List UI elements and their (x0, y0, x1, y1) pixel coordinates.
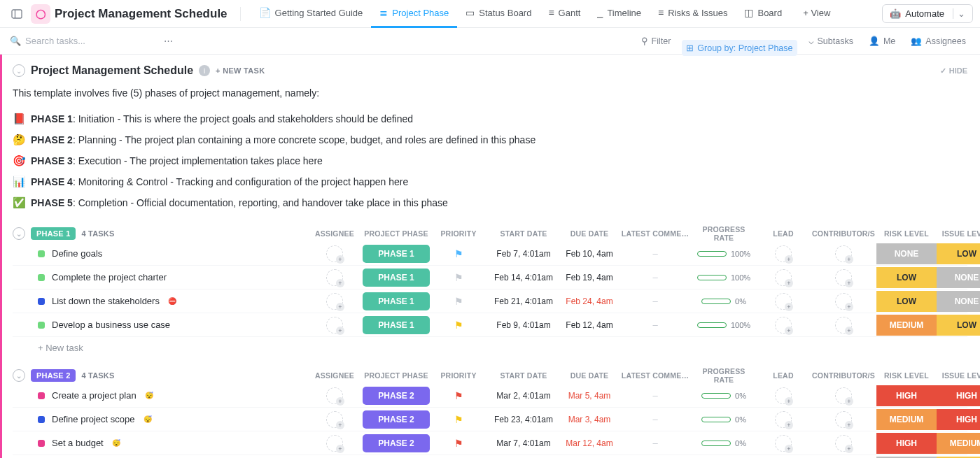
tab-timeline[interactable]: ⎯Timeline (589, 0, 650, 28)
empty-avatar-icon[interactable] (326, 411, 343, 428)
due-date[interactable]: Feb 12, 4am (560, 320, 619, 330)
empty-avatar-icon[interactable] (326, 269, 343, 286)
group-pill[interactable]: PHASE 1 (31, 227, 76, 240)
subtasks-button[interactable]: ⌵Subtasks (804, 33, 858, 49)
empty-avatar-icon[interactable] (775, 269, 792, 286)
new-task-row[interactable]: + New task (13, 337, 967, 353)
lead-cell[interactable] (756, 317, 811, 334)
risk-level[interactable]: MEDIUM (876, 315, 937, 336)
phase-cell[interactable]: PHASE 2 (363, 410, 430, 429)
column-header[interactable]: RISK LEVEL (876, 229, 937, 238)
issue-level[interactable]: NONE (937, 291, 980, 312)
due-date[interactable]: Feb 24, 4am (560, 296, 619, 306)
task-name[interactable]: Set a budget (52, 438, 104, 448)
due-date[interactable]: Feb 19, 4am (560, 273, 619, 282)
issue-level[interactable]: MEDIUM (937, 433, 980, 454)
assignee-cell[interactable] (307, 435, 363, 452)
due-date[interactable]: Mar 5, 4am (560, 391, 619, 401)
empty-avatar-icon[interactable] (835, 435, 852, 452)
lead-cell[interactable] (756, 293, 811, 310)
automate-button[interactable]: 🤖 Automate ⌄ (882, 4, 973, 23)
status-dot-icon[interactable] (38, 250, 45, 257)
issue-level[interactable]: NONE (937, 267, 980, 288)
contributors-cell[interactable] (811, 435, 876, 452)
task-row[interactable]: Define roles and responsibilities 😴 PHAS… (13, 455, 967, 458)
assignee-cell[interactable] (307, 245, 363, 262)
issue-level[interactable]: HIGH (937, 385, 980, 406)
start-date[interactable]: Feb 14, 4:01am (487, 273, 560, 282)
tab-status-board[interactable]: ▭Status Board (457, 0, 540, 28)
priority-flag-icon[interactable]: ⚑ (454, 296, 463, 307)
column-header[interactable]: PROGRESS RATE (692, 225, 756, 242)
start-date[interactable]: Feb 23, 4:01am (487, 415, 560, 424)
column-header[interactable]: ISSUE LEVEL (937, 229, 980, 238)
priority-flag-icon[interactable]: ⚑ (454, 414, 463, 425)
filter-button[interactable]: ⚲Filter (637, 33, 676, 49)
column-header[interactable]: ASSIGNEE (307, 371, 363, 380)
assignee-cell[interactable] (307, 387, 363, 404)
assignee-cell[interactable] (307, 293, 363, 310)
status-dot-icon[interactable] (38, 416, 45, 423)
task-name[interactable]: Create a project plan (52, 390, 136, 401)
workspace-icon[interactable]: ◯ (31, 4, 50, 24)
collapse-icon[interactable]: ⌄ (13, 64, 25, 77)
column-header[interactable]: PRIORITY (430, 371, 487, 380)
empty-avatar-icon[interactable] (775, 435, 792, 452)
task-name[interactable]: Develop a business use case (52, 320, 170, 330)
empty-avatar-icon[interactable] (326, 293, 343, 310)
search-input[interactable] (25, 36, 151, 46)
column-header[interactable]: LEAD (756, 371, 811, 380)
column-header[interactable]: PROJECT PHASE (363, 371, 430, 380)
start-date[interactable]: Feb 7, 4:01am (487, 249, 560, 259)
column-header[interactable]: CONTRIBUTOR/S (811, 371, 876, 380)
column-header[interactable]: CONTRIBUTOR/S (811, 229, 876, 238)
column-header[interactable]: LEAD (756, 229, 811, 238)
tab-project-phase[interactable]: ≣Project Phase (371, 0, 457, 28)
empty-avatar-icon[interactable] (835, 269, 852, 286)
sidebar-toggle-icon[interactable] (7, 4, 27, 24)
empty-avatar-icon[interactable] (835, 387, 852, 404)
column-header[interactable]: DUE DATE (560, 229, 619, 238)
lead-cell[interactable] (756, 245, 811, 262)
priority-flag-icon[interactable]: ⚑ (454, 320, 463, 331)
task-name[interactable]: Define project scope (52, 414, 135, 424)
column-header[interactable]: ASSIGNEE (307, 229, 363, 238)
phase-cell[interactable]: PHASE 1 (363, 292, 430, 310)
chevron-down-icon[interactable]: ⌄ (953, 8, 965, 19)
progress-cell[interactable]: 0% (692, 415, 756, 424)
column-header[interactable]: DUE DATE (560, 371, 619, 380)
lead-cell[interactable] (756, 387, 811, 404)
latest-comment[interactable]: – (619, 272, 692, 282)
group-by-button[interactable]: ⊞Group by: Project Phase (682, 40, 797, 56)
start-date[interactable]: Mar 2, 4:01am (487, 391, 560, 401)
empty-avatar-icon[interactable] (775, 317, 792, 334)
hide-button[interactable]: ✓HIDE (940, 66, 967, 76)
phase-cell[interactable]: PHASE 2 (363, 434, 430, 452)
phase-cell[interactable]: PHASE 1 (363, 316, 430, 334)
status-dot-icon[interactable] (38, 392, 45, 399)
progress-cell[interactable]: 0% (692, 392, 756, 400)
latest-comment[interactable]: – (619, 414, 692, 424)
due-date[interactable]: Feb 10, 4am (560, 249, 619, 259)
task-name[interactable]: List down the stakeholders (52, 296, 160, 306)
assignee-cell[interactable] (307, 411, 363, 428)
risk-level[interactable]: LOW (876, 291, 937, 312)
task-row[interactable]: Complete the project charter PHASE 1 ⚑ F… (13, 266, 967, 289)
start-date[interactable]: Mar 7, 4:01am (487, 438, 560, 448)
latest-comment[interactable]: – (619, 248, 692, 259)
start-date[interactable]: Feb 9, 4:01am (487, 320, 560, 330)
risk-level[interactable]: HIGH (876, 433, 937, 454)
progress-cell[interactable]: 0% (692, 439, 756, 448)
assignee-cell[interactable] (307, 317, 363, 334)
due-date[interactable]: Mar 3, 4am (560, 415, 619, 424)
list-title[interactable]: Project Management Schedule (31, 64, 193, 77)
task-row[interactable]: Define project scope 😴 PHASE 2 ⚑ Feb 23,… (13, 408, 967, 431)
empty-avatar-icon[interactable] (775, 293, 792, 310)
priority-flag-icon[interactable]: ⚑ (454, 272, 463, 283)
me-button[interactable]: 👤Me (864, 33, 899, 49)
latest-comment[interactable]: – (619, 390, 692, 401)
group-collapse-icon[interactable]: ⌄ (13, 369, 25, 382)
due-date[interactable]: Mar 12, 4am (560, 438, 619, 448)
contributors-cell[interactable] (811, 317, 876, 334)
latest-comment[interactable]: – (619, 438, 692, 448)
